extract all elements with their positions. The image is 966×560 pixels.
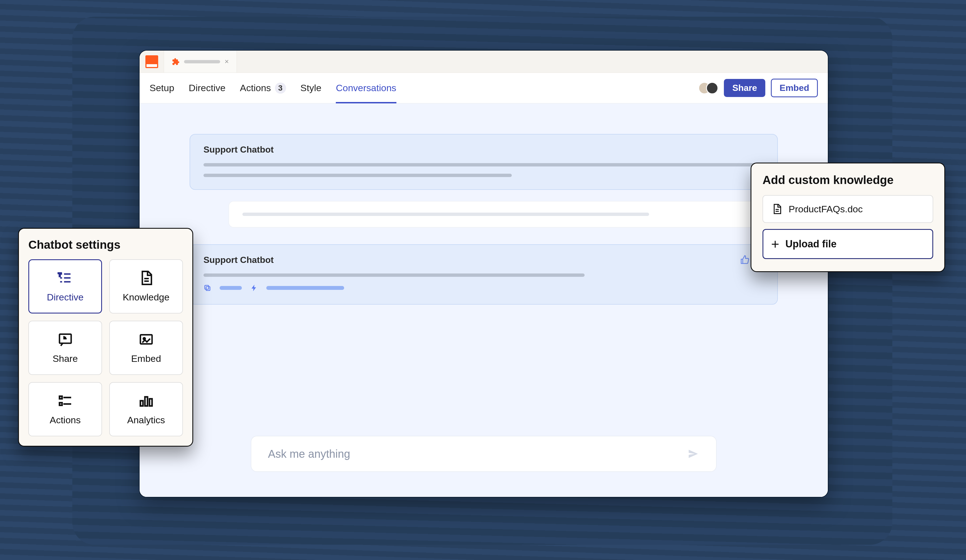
tile-directive[interactable]: T Directive <box>28 259 102 314</box>
user-message <box>228 201 778 228</box>
nav-tabs: Setup Directive Actions 3 Style Conversa… <box>150 73 396 103</box>
chat-input[interactable]: Ask me anything <box>251 436 717 472</box>
nav-tab-actions[interactable]: Actions 3 <box>240 73 286 103</box>
svg-rect-10 <box>149 399 152 406</box>
analytics-icon <box>138 393 154 409</box>
document-icon <box>138 270 154 286</box>
share-button[interactable]: Share <box>724 79 765 97</box>
knowledge-panel: Add custom knowledge ProductFAQs.doc + U… <box>751 163 945 272</box>
home-logo[interactable] <box>140 51 164 72</box>
svg-text:T: T <box>58 272 61 278</box>
file-icon <box>771 204 782 215</box>
plus-icon: + <box>771 237 779 251</box>
tile-embed[interactable]: Embed <box>109 321 183 375</box>
thumbs-up-icon[interactable] <box>740 255 749 264</box>
message-actions <box>204 284 764 292</box>
directive-icon: T <box>58 270 73 286</box>
tile-actions[interactable]: Actions <box>28 382 102 436</box>
browser-tab[interactable]: × <box>164 51 237 72</box>
svg-rect-1 <box>205 286 209 289</box>
embed-button[interactable]: Embed <box>771 79 818 97</box>
embed-icon <box>138 332 154 347</box>
bot-name-label: Support Chatbot <box>204 145 764 155</box>
actions-icon <box>58 393 73 409</box>
copy-icon[interactable] <box>204 284 211 292</box>
svg-rect-6 <box>59 396 62 399</box>
top-navbar: Setup Directive Actions 3 Style Conversa… <box>140 73 828 103</box>
action-placeholder[interactable] <box>266 286 344 290</box>
conversation-content: Support Chatbot Support Chatbot <box>140 103 828 497</box>
close-icon[interactable]: × <box>225 57 229 66</box>
nav-tab-setup[interactable]: Setup <box>150 73 174 103</box>
app-window: × Setup Directive Actions 3 Style Conver… <box>139 50 828 498</box>
nav-tab-conversations[interactable]: Conversations <box>336 73 396 103</box>
avatar <box>706 82 718 94</box>
bot-name-label: Support Chatbot <box>204 255 764 265</box>
actions-count-badge: 3 <box>275 82 286 94</box>
puzzle-icon <box>172 58 179 66</box>
tile-knowledge[interactable]: Knowledge <box>109 259 183 314</box>
brand-logo-icon <box>145 55 158 68</box>
share-icon <box>58 332 73 347</box>
tab-title-placeholder <box>184 60 220 63</box>
window-tabbar: × <box>140 51 828 73</box>
knowledge-file-row[interactable]: ProductFAQs.doc <box>762 195 933 223</box>
chatbot-settings-panel: Chatbot settings T Directive Knowledge S… <box>18 228 193 447</box>
lightning-icon[interactable] <box>250 284 258 292</box>
nav-tab-directive[interactable]: Directive <box>189 73 225 103</box>
bot-message: Support Chatbot <box>190 244 778 305</box>
presence-avatars[interactable] <box>698 82 718 94</box>
text-placeholder <box>204 174 512 177</box>
nav-right: Share Embed <box>698 79 818 97</box>
svg-rect-0 <box>206 287 210 291</box>
text-placeholder <box>204 163 764 166</box>
stage-background: × Setup Directive Actions 3 Style Conver… <box>0 0 966 560</box>
bot-message: Support Chatbot <box>190 134 778 190</box>
nav-tab-style[interactable]: Style <box>301 73 322 103</box>
action-placeholder[interactable] <box>220 286 242 290</box>
text-placeholder <box>242 213 649 216</box>
input-placeholder: Ask me anything <box>268 448 350 460</box>
text-placeholder <box>204 273 585 277</box>
panel-title: Add custom knowledge <box>762 173 933 187</box>
svg-rect-8 <box>140 401 143 406</box>
tile-analytics[interactable]: Analytics <box>109 382 183 436</box>
upload-file-button[interactable]: + Upload file <box>762 229 933 259</box>
svg-rect-7 <box>59 403 62 405</box>
file-name: ProductFAQs.doc <box>789 204 863 215</box>
tile-share[interactable]: Share <box>28 321 102 375</box>
svg-rect-9 <box>145 397 147 406</box>
panel-title: Chatbot settings <box>28 238 183 251</box>
send-icon[interactable] <box>687 448 700 460</box>
